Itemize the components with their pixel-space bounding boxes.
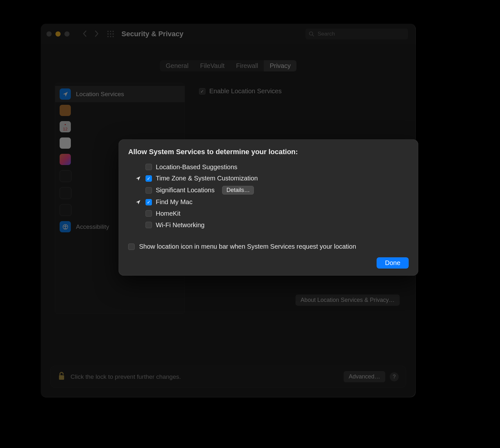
checkbox-show-menubar-icon[interactable] — [128, 244, 135, 250]
sidebar-item-label: Accessibility — [76, 223, 109, 230]
sidebar-item-location-services[interactable]: Location Services — [55, 86, 185, 102]
reminders-icon — [60, 137, 71, 149]
checkbox-homekit[interactable] — [146, 210, 152, 217]
done-button[interactable]: Done — [377, 257, 409, 269]
list-item: ◀ Location-Based Suggestions — [128, 161, 409, 173]
speech-icon — [60, 204, 71, 216]
svg-point-4 — [110, 33, 111, 35]
footer-bar: Click the lock to prevent further change… — [50, 366, 406, 388]
list-item: Time Zone & System Customization — [128, 173, 409, 184]
enable-location-label: Enable Location Services — [209, 87, 282, 95]
svg-point-12 — [65, 225, 66, 226]
svg-point-8 — [113, 36, 114, 37]
item-label: Significant Locations — [156, 187, 214, 194]
checkbox-time-zone[interactable] — [146, 175, 152, 182]
item-label: Location-Based Suggestions — [156, 163, 238, 171]
checkbox-location-based-suggestions[interactable] — [146, 164, 152, 170]
svg-point-2 — [113, 31, 114, 32]
item-label: HomeKit — [156, 210, 180, 217]
camera-icon — [60, 170, 71, 182]
item-label: Find My Mac — [156, 198, 192, 206]
location-indicator-icon — [135, 199, 142, 205]
modal-list: ◀ Location-Based Suggestions Time Zone &… — [128, 161, 409, 231]
forward-button[interactable] — [95, 29, 99, 39]
toolbar-nav — [82, 29, 99, 39]
tab-general[interactable]: General — [160, 60, 194, 71]
location-indicator-icon — [135, 176, 142, 181]
window-minimize-button[interactable] — [55, 31, 61, 37]
svg-rect-13 — [59, 375, 64, 380]
footer-text: Click the lock to prevent further change… — [71, 373, 181, 380]
modal-title: Allow System Services to determine your … — [128, 148, 409, 156]
calendar-icon: ▪12 — [60, 121, 71, 132]
list-item: ◀ Wi-Fi Networking — [128, 219, 409, 231]
microphone-icon — [60, 187, 71, 199]
tab-privacy[interactable]: Privacy — [264, 60, 296, 71]
sidebar-item-calendars[interactable]: ▪12 — [55, 119, 185, 135]
window-close-button[interactable] — [46, 31, 52, 37]
back-button[interactable] — [82, 29, 87, 39]
checkbox-wifi-networking[interactable] — [146, 222, 152, 228]
svg-point-1 — [110, 31, 111, 32]
traffic-lights — [46, 31, 70, 37]
list-item: Find My Mac — [128, 196, 409, 208]
window-titlebar: Security & Privacy — [41, 24, 416, 44]
list-item: ◀ HomeKit — [128, 208, 409, 219]
menubar-option-row: Show location icon in menu bar when Syst… — [128, 243, 409, 250]
svg-point-3 — [107, 33, 109, 35]
checkbox-find-my-mac[interactable] — [146, 199, 152, 205]
photos-icon — [60, 154, 71, 165]
tab-filevault[interactable]: FileVault — [194, 60, 230, 71]
list-item: ◀ Significant Locations Details… — [128, 184, 409, 196]
help-button[interactable]: ? — [390, 372, 399, 381]
checkbox-significant-locations[interactable] — [146, 187, 152, 194]
search-box[interactable] — [305, 29, 408, 39]
menubar-option-label: Show location icon in menu bar when Syst… — [139, 243, 356, 250]
svg-point-7 — [110, 36, 111, 37]
tab-strip: General FileVault Firewall Privacy — [55, 60, 402, 71]
item-label: Time Zone & System Customization — [156, 175, 258, 182]
window-title: Security & Privacy — [121, 30, 183, 38]
svg-point-0 — [107, 31, 109, 32]
location-icon — [60, 88, 71, 100]
accessibility-icon — [60, 221, 71, 232]
system-services-modal: Allow System Services to determine your … — [119, 139, 418, 276]
window-zoom-button[interactable] — [64, 31, 70, 37]
enable-location-checkbox[interactable] — [199, 88, 205, 95]
advanced-button[interactable]: Advanced… — [344, 371, 385, 382]
item-label: Wi-Fi Networking — [156, 221, 204, 229]
svg-point-5 — [113, 33, 114, 35]
contacts-icon — [60, 105, 71, 116]
about-location-privacy-button[interactable]: About Location Services & Privacy… — [296, 295, 400, 306]
show-all-button[interactable] — [107, 30, 114, 38]
tab-firewall[interactable]: Firewall — [230, 60, 264, 71]
sidebar-item-label: Location Services — [76, 91, 124, 98]
search-input[interactable] — [317, 30, 405, 37]
sidebar-item-contacts[interactable] — [55, 102, 185, 119]
svg-point-6 — [107, 36, 109, 37]
svg-line-10 — [312, 35, 314, 36]
lock-icon[interactable] — [58, 371, 65, 382]
details-button[interactable]: Details… — [222, 186, 254, 195]
search-icon — [309, 31, 314, 37]
